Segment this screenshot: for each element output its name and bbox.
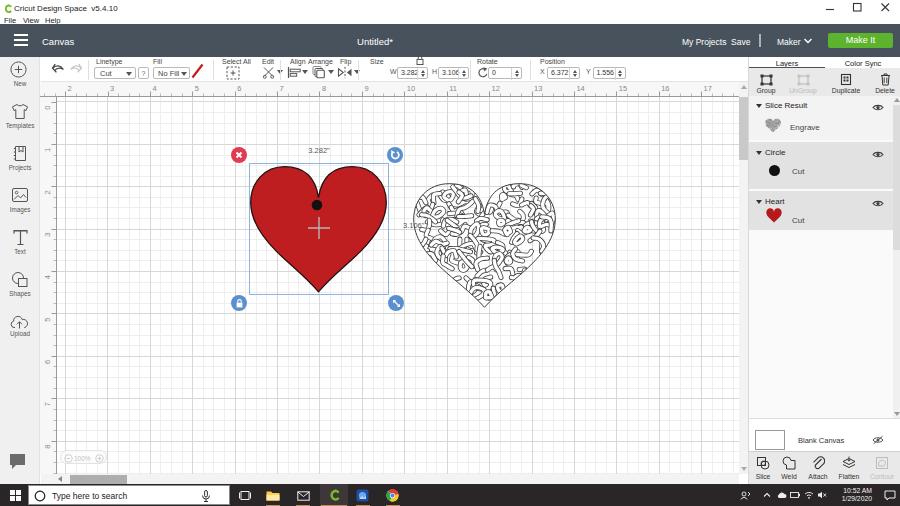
svg-text:12: 12 xyxy=(492,84,500,93)
svg-text:5: 5 xyxy=(195,84,199,93)
svg-text:9: 9 xyxy=(364,84,368,93)
svg-text:11: 11 xyxy=(449,84,457,93)
svg-text:13: 13 xyxy=(534,84,542,93)
svg-text:4: 4 xyxy=(152,84,156,93)
svg-text:2: 2 xyxy=(43,190,52,194)
svg-text:8: 8 xyxy=(43,445,52,449)
svg-text:4: 4 xyxy=(43,275,52,279)
svg-text:15: 15 xyxy=(619,84,627,93)
svg-text:0: 0 xyxy=(43,106,52,110)
svg-text:3: 3 xyxy=(110,84,114,93)
svg-text:2: 2 xyxy=(68,84,72,93)
svg-text:3: 3 xyxy=(43,233,52,237)
svg-text:16: 16 xyxy=(661,84,669,93)
svg-text:10: 10 xyxy=(407,84,415,93)
svg-text:5: 5 xyxy=(43,318,52,322)
svg-text:7: 7 xyxy=(280,84,284,93)
svg-text:17: 17 xyxy=(704,84,712,93)
svg-text:6: 6 xyxy=(237,84,241,93)
svg-text:7: 7 xyxy=(43,402,52,406)
svg-text:8: 8 xyxy=(322,84,326,93)
svg-text:1: 1 xyxy=(43,148,52,152)
svg-text:14: 14 xyxy=(576,84,584,93)
svg-text:6: 6 xyxy=(43,360,52,364)
